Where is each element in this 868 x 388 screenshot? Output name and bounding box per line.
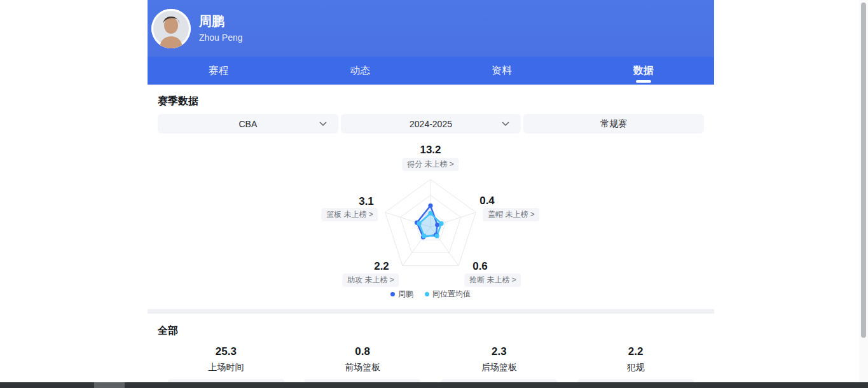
stat-value: 25.3	[158, 345, 294, 358]
all-stats-section: 全部 25.3 上场时间 联盟第113> 0.8 前场篮板 联盟第166> 2.…	[148, 324, 714, 388]
all-section-title: 全部	[158, 324, 704, 338]
stat-value-steals: 0.6	[472, 260, 488, 273]
chevron-right-icon: >	[369, 210, 373, 219]
page: 周鹏 Zhou Peng 赛程 动态 资料 数据 赛季数据 CBA 2024-2…	[0, 0, 868, 388]
stat-label: 犯规	[567, 361, 704, 373]
tab-news[interactable]: 动态	[289, 57, 431, 85]
rank-pill-points[interactable]: 得分 未上榜>	[402, 158, 458, 171]
legend-label-position-average: 同位置均值	[432, 289, 471, 300]
tab-schedule[interactable]: 赛程	[148, 57, 289, 85]
chevron-down-icon	[502, 121, 509, 127]
tab-bar: 赛程 动态 资料 数据	[148, 57, 714, 85]
stage-select[interactable]: 常规赛	[523, 114, 704, 134]
stat-label: 后场篮板	[431, 361, 568, 373]
league-select[interactable]: CBA	[158, 114, 338, 134]
player-name-en: Zhou Peng	[199, 31, 243, 44]
stat-playing-time: 25.3 上场时间 联盟第113>	[158, 345, 294, 388]
radar-legend: 周鹏 同位置均值	[390, 289, 471, 300]
tab-profile[interactable]: 资料	[431, 57, 573, 85]
filter-row: CBA 2024-2025 常规赛	[158, 114, 704, 134]
league-select-value: CBA	[238, 119, 257, 129]
stat-value-assists: 2.2	[374, 260, 389, 273]
player-names: 周鹏 Zhou Peng	[199, 13, 243, 44]
radar-chart-area: 13.2 得分 未上榜> 0.4 盖帽 未上榜> 0.6 抢断 未上榜> 2.2…	[158, 142, 704, 302]
stat-label: 上场时间	[158, 361, 294, 373]
chevron-right-icon: >	[512, 275, 516, 284]
player-avatar	[151, 9, 191, 48]
tab-data[interactable]: 数据	[572, 57, 714, 85]
stat-value-blocks: 0.4	[479, 195, 495, 207]
chevron-right-icon: >	[450, 160, 454, 169]
rank-pill-rebounds[interactable]: 篮板 未上榜>	[321, 208, 378, 221]
season-select[interactable]: 2024-2025	[341, 114, 521, 134]
vertical-scrollbar-track[interactable]	[859, 0, 868, 382]
stat-defensive-rebounds: 2.3 后场篮板 联盟第151>	[431, 345, 568, 388]
horizontal-scrollbar-thumb[interactable]	[94, 382, 125, 388]
stat-value: 2.2	[567, 345, 704, 358]
stat-label: 前场篮板	[294, 361, 431, 373]
section-divider	[148, 309, 714, 314]
season-section-title: 赛季数据	[158, 94, 704, 108]
season-section: 赛季数据 CBA 2024-2025 常规赛	[148, 94, 714, 302]
legend-dot-position-average	[425, 292, 429, 296]
legend-dot-player	[390, 292, 395, 296]
season-select-value: 2024-2025	[410, 119, 452, 129]
chevron-right-icon: >	[530, 210, 535, 219]
legend-item-player: 周鹏	[390, 289, 413, 300]
stat-value: 0.8	[294, 345, 431, 358]
player-data-page: 周鹏 Zhou Peng 赛程 动态 资料 数据 赛季数据 CBA 2024-2…	[148, 0, 714, 388]
horizontal-scrollbar-track[interactable]	[0, 382, 868, 388]
player-name: 周鹏	[199, 13, 243, 29]
stat-value-rebounds: 3.1	[359, 195, 374, 208]
stage-select-value: 常规赛	[600, 118, 627, 130]
rank-pill-steals[interactable]: 抢断 未上榜>	[464, 274, 521, 287]
stat-value: 2.3	[431, 345, 568, 358]
avatar-photo	[151, 9, 191, 48]
stat-offensive-rebounds: 0.8 前场篮板 联盟第166>	[294, 345, 431, 388]
stat-fouls: 2.2 犯规 联盟第150>	[567, 345, 704, 388]
legend-label-player: 周鹏	[398, 289, 413, 300]
chevron-right-icon: >	[390, 275, 394, 284]
vertical-scrollbar-thumb[interactable]	[861, 3, 866, 338]
stat-value-points: 13.2	[420, 144, 441, 156]
player-header: 周鹏 Zhou Peng	[148, 0, 714, 57]
rank-pill-assists[interactable]: 助攻 未上榜>	[342, 274, 399, 287]
rank-pill-blocks[interactable]: 盖帽 未上榜>	[483, 208, 539, 221]
chevron-down-icon	[319, 121, 327, 127]
stats-row: 25.3 上场时间 联盟第113> 0.8 前场篮板 联盟第166> 2.3 后…	[158, 345, 704, 388]
legend-item-position-average: 同位置均值	[425, 289, 471, 300]
